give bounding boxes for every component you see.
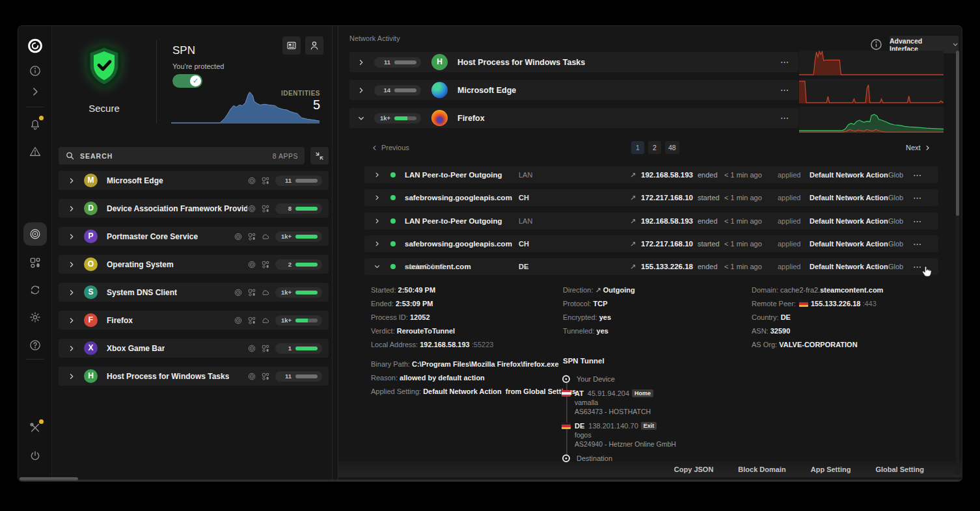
apps-grid-icon[interactable] xyxy=(29,256,42,269)
chevron-down-icon[interactable] xyxy=(374,263,381,270)
panel-splitter[interactable] xyxy=(332,26,338,481)
app-row-operating-system[interactable]: OOperating System2 xyxy=(59,255,329,274)
chevron-right-icon[interactable] xyxy=(357,86,365,94)
connection-row[interactable]: LAN Peer-to-Peer OutgoingLAN↗192.168.58.… xyxy=(364,213,938,229)
connection-status: started xyxy=(698,194,720,202)
help-icon[interactable] xyxy=(29,339,42,352)
spn-sync-icon[interactable] xyxy=(29,283,42,296)
app-name: Host Process for Windows Tasks xyxy=(107,372,229,381)
account-button[interactable] xyxy=(305,36,323,55)
row-menu-icon[interactable]: ⋯ xyxy=(780,85,789,95)
app-row-system-dns-client[interactable]: SSystem DNS Client1k+ xyxy=(59,283,329,302)
network-activity-icon[interactable] xyxy=(23,222,47,246)
chevron-right-icon[interactable] xyxy=(68,317,75,324)
tools-icon[interactable] xyxy=(29,421,42,434)
app-row-microsoft-edge[interactable]: MMicrosoft Edge11 xyxy=(59,171,329,190)
app-row-portmaster-core-service[interactable]: PPortmaster Core Service1k+ xyxy=(59,227,329,246)
search-input[interactable]: SEARCH 8 APPS xyxy=(59,147,305,164)
detail-value: 32590 xyxy=(770,327,791,335)
next-label: Next xyxy=(906,144,921,151)
connection-count-bar xyxy=(295,207,318,211)
chevron-down-icon[interactable] xyxy=(357,114,365,122)
connection-count-bar xyxy=(394,116,416,120)
horizontal-scrollbar xyxy=(18,477,962,480)
setting-scope: Glob xyxy=(888,194,903,202)
pagination-next[interactable]: Next xyxy=(906,144,931,151)
tunnel-endpoint-icon xyxy=(562,454,570,462)
global-setting-button[interactable]: Global Setting xyxy=(875,465,924,473)
spn-toggle[interactable]: ✓ xyxy=(172,74,202,88)
row-menu-icon[interactable]: ⋯ xyxy=(913,216,922,226)
row-menu-icon[interactable]: ⋯ xyxy=(780,57,789,67)
app-row-host-process-for-windows-tasks[interactable]: HHost Process for Windows Tasks11 xyxy=(59,367,329,386)
chevron-right-icon[interactable] xyxy=(357,59,365,66)
connection-row[interactable]: LAN Peer-to-Peer OutgoingLAN↗192.168.58.… xyxy=(364,166,938,183)
pagination-page-1[interactable]: 1 xyxy=(631,141,644,154)
connection-count-pill: 1k+ xyxy=(275,315,322,326)
connection-count-pill: 1k+ xyxy=(374,113,421,124)
app-setting-button[interactable]: App Setting xyxy=(811,465,851,473)
collapse-all-button[interactable] xyxy=(310,147,329,164)
spn-tunnel: SPN Tunnel Your DeviceAT45.91.94.204Home… xyxy=(563,357,745,467)
left-panel: Secure SPN You're protected ✓ IDENTITIES… xyxy=(52,26,332,481)
alerts-triangle-icon[interactable] xyxy=(29,145,42,158)
portmaster-logo-icon[interactable] xyxy=(26,37,44,55)
connection-row[interactable]: safebrowsing.googleapis.comCH↗172.217.16… xyxy=(364,235,938,252)
connection-name: cache2-fra2.steamcontent.com xyxy=(405,263,471,270)
connection-count: 2 xyxy=(288,261,292,268)
shutdown-power-icon[interactable] xyxy=(29,449,42,462)
chevron-right-icon[interactable] xyxy=(374,194,381,202)
pagination-page-2[interactable]: 2 xyxy=(648,141,661,154)
network-app-row-host-process-for-windows-tasks[interactable]: 11HHost Process for Windows Tasks⋯ xyxy=(349,52,798,72)
copy-json-button[interactable]: Copy JSON xyxy=(674,465,714,473)
news-button[interactable] xyxy=(282,36,301,55)
row-menu-icon[interactable]: ⋯ xyxy=(913,262,922,272)
settings-gear-icon[interactable] xyxy=(29,311,42,324)
connection-count: 1 xyxy=(288,345,292,352)
app-row-xbox-game-bar[interactable]: XXbox Game Bar1 xyxy=(59,339,329,358)
connection-time: < 1 min ago xyxy=(724,194,762,202)
horizontal-scrollbar-thumb[interactable] xyxy=(20,477,78,480)
chevron-right-icon[interactable] xyxy=(374,217,381,224)
row-menu-icon[interactable]: ⋯ xyxy=(913,193,922,203)
notifications-bell-icon[interactable] xyxy=(29,118,42,131)
app-row-device-association-framework-provider-host[interactable]: DDevice Association Framework Provider H… xyxy=(59,199,329,218)
chevron-right-icon[interactable] xyxy=(68,205,75,213)
row-menu-icon[interactable]: ⋯ xyxy=(913,239,922,248)
connection-name: safebrowsing.googleapis.com xyxy=(405,240,512,248)
outgoing-arrow-icon: ↗ xyxy=(630,194,636,202)
app-row-firefox[interactable]: FFirefox1k+ xyxy=(59,311,329,330)
connection-location: CH xyxy=(519,240,529,248)
chevron-right-icon[interactable] xyxy=(374,240,381,247)
chevron-right-icon[interactable] xyxy=(68,373,75,380)
chevron-right-icon[interactable] xyxy=(68,289,75,296)
pagination-page-48[interactable]: 48 xyxy=(665,141,679,154)
detail-field: Country: DE xyxy=(752,311,883,324)
detail-label: AS Org: xyxy=(752,341,779,348)
app-count-label: 8 APPS xyxy=(273,152,298,160)
chevron-right-icon[interactable] xyxy=(374,172,381,179)
connection-count: 1k+ xyxy=(281,317,292,324)
row-menu-icon[interactable]: ⋯ xyxy=(913,170,922,180)
chevron-right-icon[interactable] xyxy=(68,177,75,185)
info-icon[interactable] xyxy=(869,38,883,51)
app-status-icons xyxy=(247,344,275,353)
divider xyxy=(156,40,157,124)
chevron-left-icon xyxy=(371,144,378,151)
tunnel-hop-name: fogos xyxy=(575,430,745,439)
network-app-row-firefox[interactable]: 1k+Firefox⋯ xyxy=(349,108,798,128)
connection-row[interactable]: cache2-fra2.steamcontent.comDE↗155.133.2… xyxy=(364,258,938,275)
row-menu-icon[interactable]: ⋯ xyxy=(780,113,789,123)
pagination-previous[interactable]: Previous xyxy=(371,144,409,151)
expand-icon[interactable] xyxy=(29,85,42,98)
chevron-right-icon[interactable] xyxy=(68,233,75,241)
connection-row[interactable]: safebrowsing.googleapis.comCH↗172.217.16… xyxy=(364,189,938,206)
info-icon[interactable] xyxy=(29,64,42,77)
block-domain-button[interactable]: Block Domain xyxy=(738,465,785,473)
connection-location: LAN xyxy=(519,217,532,225)
vertical-scrollbar-thumb[interactable] xyxy=(956,51,959,216)
detail-field: Tunneled: yes xyxy=(563,324,635,338)
network-app-row-microsoft-edge[interactable]: 14Microsoft Edge⋯ xyxy=(349,80,798,100)
chevron-right-icon[interactable] xyxy=(68,345,75,352)
chevron-right-icon[interactable] xyxy=(68,261,75,269)
